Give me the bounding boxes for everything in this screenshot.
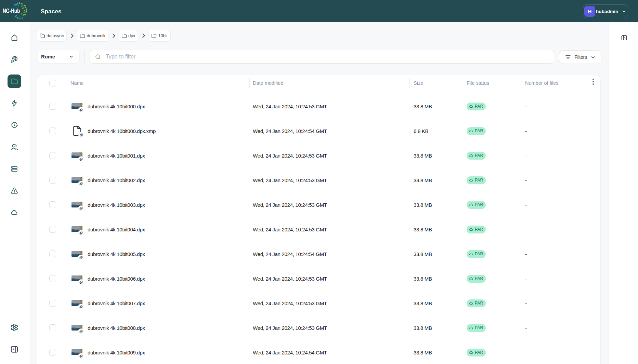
svg-text:TM: TM <box>21 13 22 14</box>
svg-text:NG-Hub: NG-Hub <box>3 7 20 14</box>
